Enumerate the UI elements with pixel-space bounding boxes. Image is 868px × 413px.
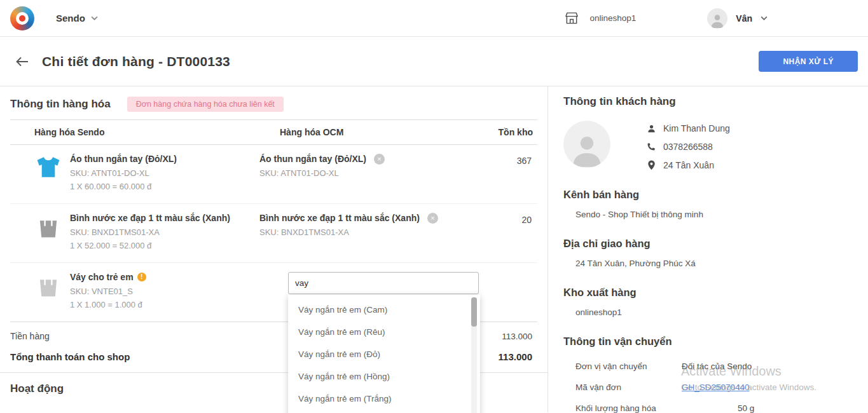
warehouse-value: onlineshop1: [575, 308, 853, 317]
dropdown-option[interactable]: Váy ngắn trẻ em (Cam): [288, 299, 480, 321]
phone-icon: [646, 142, 656, 151]
shipping-info-title: Thông tin vận chuyển: [563, 335, 853, 348]
product-info: Bình nước xe đạp 1 tt màu sắc (Xanh) SKU…: [70, 213, 230, 250]
store-icon: [564, 11, 579, 25]
shipping-address-value: 24 Tân Xuân, Phường Phúc Xá: [575, 259, 853, 268]
stock-value: 20: [474, 213, 538, 225]
brand-menu[interactable]: Sendo: [56, 13, 98, 24]
user-avatar: [707, 8, 727, 29]
shop-selector[interactable]: onlineshop1: [564, 11, 636, 25]
customer-block: Kim Thanh Dung 0378266588 24 Tân Xuân: [563, 121, 853, 170]
subtotal-label: Tiền hàng: [10, 331, 50, 341]
sendo-product-cell: Váy cho trẻ em! SKU: VNTE01_S 1 X 1.000 …: [10, 272, 259, 309]
main-content: Thông tin hàng hóa Đơn hàng chứa hàng hó…: [0, 86, 868, 412]
unlink-icon[interactable]: ×: [374, 154, 385, 165]
col-header-ocm: Hàng hóa OCM: [259, 127, 474, 137]
ocm-product-sku: SKU: BNXD1TMS01-XA: [259, 227, 474, 237]
ocm-product-sku: SKU: ATNT01-DO-XL: [259, 168, 474, 178]
topbar-right: onlineshop1 Vân: [564, 8, 858, 29]
unlink-icon[interactable]: ×: [427, 213, 438, 224]
customer-panel: Thông tin khách hàng Kim Thanh Dung: [548, 86, 868, 412]
customer-name: Kim Thanh Dung: [663, 123, 730, 133]
dropdown-option[interactable]: Váy ngắn trẻ em (Hồng): [288, 365, 480, 388]
customer-phone-row: 0378266588: [646, 142, 730, 152]
table-row: Váy cho trẻ em! SKU: VNTE01_S 1 X 1.000 …: [10, 263, 537, 322]
product-info: Áo thun ngắn tay (Đỏ/XL) SKU: ATNT01-DO-…: [70, 154, 177, 191]
items-section-title: Thông tin hàng hóa: [10, 98, 111, 111]
tshirt-icon: [36, 154, 61, 180]
product-price: 1 X 52.000 = 52.000 đ: [70, 241, 230, 250]
customer-address-row: 24 Tân Xuân: [646, 160, 730, 170]
total-label: Tổng thanh toán cho shop: [10, 351, 130, 362]
dropdown-option[interactable]: Váy ngắn trẻ em (Trắng): [288, 388, 480, 410]
table-row: Bình nước xe đạp 1 tt màu sắc (Xanh) SKU…: [10, 204, 537, 263]
brand-name: Sendo: [56, 13, 85, 24]
person-silhouette-icon: [709, 12, 726, 29]
ocm-product-name: Áo thun ngắn tay (Đỏ/XL): [259, 154, 366, 165]
product-name: Áo thun ngắn tay (Đỏ/XL): [70, 154, 177, 165]
weight-value: 50 g: [682, 403, 853, 413]
product-price: 1 X 1.000 = 1.000 đ: [70, 300, 146, 309]
col-header-stock: Tồn kho: [474, 127, 538, 137]
product-name-text: Váy cho trẻ em: [70, 272, 134, 282]
tracking-number-link[interactable]: GH_SD25070440: [682, 383, 853, 392]
product-sku: SKU: BNXD1TMS01-XA: [70, 227, 230, 237]
ocm-search-dropdown: Váy ngắn trẻ em (Cam) Váy ngắn trẻ em (R…: [288, 295, 480, 413]
location-pin-icon: [646, 160, 656, 170]
chevron-down-icon: [91, 16, 98, 20]
dropdown-scrollbar[interactable]: [471, 297, 477, 413]
sendo-logo-icon[interactable]: [10, 6, 34, 30]
bag-icon: [36, 272, 61, 299]
carrier-row: Đơn vị vận chuyển Đối tác của Sendo: [575, 356, 853, 377]
dropdown-option[interactable]: Váy ngắn trẻ em (Rêu): [288, 321, 480, 343]
page-title: Chi tiết đơn hàng - DT000133: [42, 54, 230, 69]
sales-channel-value: Sendo - Shop Thiết bị thông minh: [575, 210, 853, 219]
bag-icon: [36, 213, 61, 240]
table-row: Áo thun ngắn tay (Đỏ/XL) SKU: ATNT01-DO-…: [10, 145, 537, 204]
dropdown-option[interactable]: Váy ngắn trẻ em (Đỏ): [288, 343, 480, 365]
warehouse-title: Kho xuất hàng: [563, 287, 853, 299]
logo-dot: [19, 15, 25, 22]
product-sku: SKU: VNTE01_S: [70, 287, 146, 296]
product-name: Bình nước xe đạp 1 tt màu sắc (Xanh): [70, 213, 230, 224]
shop-name: onlineshop1: [589, 13, 636, 23]
products-table: Hàng hóa Sendo Hàng hóa OCM Tồn kho Áo t…: [10, 119, 537, 322]
sendo-product-cell: Bình nước xe đạp 1 tt màu sắc (Xanh) SKU…: [10, 213, 259, 250]
user-menu[interactable]: Vân: [707, 8, 768, 29]
ocm-search-cell: Váy ngắn trẻ em (Cam) Váy ngắn trẻ em (R…: [259, 272, 474, 294]
shipping-info-rows: Đơn vị vận chuyển Đối tác của Sendo Mã v…: [575, 356, 853, 413]
topbar-left: Sendo: [10, 6, 98, 30]
customer-avatar: [563, 121, 610, 168]
weight-label: Khối lượng hàng hóa: [575, 403, 682, 413]
carrier-label: Đơn vị vận chuyển: [575, 362, 682, 371]
tracking-row: Mã vận đơn GH_SD25070440: [575, 377, 853, 398]
person-icon: [646, 125, 656, 133]
customer-section-title: Thông tin khách hàng: [563, 95, 853, 108]
items-section-head: Thông tin hàng hóa Đơn hàng chứa hàng hó…: [0, 86, 548, 119]
order-items-panel: Thông tin hàng hóa Đơn hàng chứa hàng hó…: [0, 86, 548, 412]
customer-name-row: Kim Thanh Dung: [646, 123, 730, 133]
subtotal-value: 113.000: [502, 332, 532, 341]
receive-process-button[interactable]: NHẬN XỬ LÝ: [759, 51, 858, 72]
topbar: Sendo onlineshop1 Vân: [0, 0, 868, 37]
chevron-down-icon: [761, 16, 768, 20]
total-value: 113.000: [499, 351, 532, 362]
user-name: Vân: [736, 13, 752, 24]
ocm-product-cell: Bình nước xe đạp 1 tt màu sắc (Xanh) × S…: [259, 213, 474, 237]
customer-phone: 0378266588: [663, 142, 713, 152]
back-arrow-icon: [16, 57, 29, 67]
person-silhouette-icon: [568, 131, 605, 168]
ocm-product-search-input[interactable]: [288, 272, 479, 294]
product-price: 1 X 60.000 = 60.000 đ: [70, 182, 177, 191]
dropdown-scrollbar-thumb[interactable]: [471, 297, 477, 327]
warning-icon: !: [137, 273, 146, 281]
customer-contact-list: Kim Thanh Dung 0378266588 24 Tân Xuân: [646, 121, 730, 170]
ocm-product-cell: Áo thun ngắn tay (Đỏ/XL) × SKU: ATNT01-D…: [259, 154, 474, 178]
weight-row: Khối lượng hàng hóa 50 g: [575, 398, 853, 413]
product-name: Váy cho trẻ em!: [70, 272, 146, 283]
page-header: Chi tiết đơn hàng - DT000133 NHẬN XỬ LÝ: [0, 37, 868, 86]
ocm-product-name: Bình nước xe đạp 1 tt màu sắc (Xanh): [259, 213, 420, 224]
back-button[interactable]: [13, 52, 32, 71]
sales-channel-title: Kênh bán hàng: [563, 189, 853, 201]
shipping-address-title: Địa chỉ giao hàng: [563, 238, 853, 250]
